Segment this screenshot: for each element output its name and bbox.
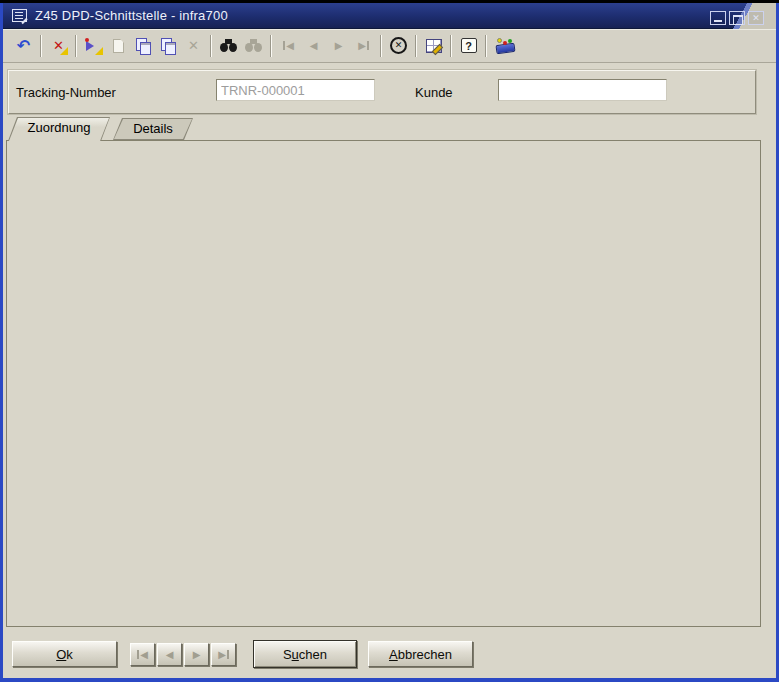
copy-icon [135,38,152,54]
find-next-icon [245,39,262,52]
new-document-button [106,34,131,58]
suchen-button[interactable]: Suchen [253,640,357,668]
delete-icon: ✕ [188,39,199,52]
toolbar-separator [450,35,452,57]
close-button[interactable]: ✕ [748,11,764,25]
footer-last-record-button: ▶ [211,643,236,666]
window-controls: ✕ [710,11,764,25]
tab-zuordnung-label: Zuordnung [8,117,110,139]
footer-first-record-button: ◀ [130,643,155,666]
new-record-dot-icon [85,38,89,42]
help-button[interactable]: ? [456,34,481,58]
minimize-button[interactable] [710,11,726,25]
kunde-label: Kunde [415,85,453,101]
next-record-icon: ▶ [335,41,343,51]
cancel-icon: ✕ [390,37,407,54]
table-edit-icon [426,39,442,53]
footer-previous-record-icon: ◀ [166,650,174,660]
footer-next-record-button: ▶ [184,643,209,666]
copy-button[interactable] [131,34,156,58]
delete-record-wedge-icon [60,47,68,55]
print-label-icon [494,37,518,54]
previous-record-icon: ◀ [310,41,318,51]
duplicate-button[interactable] [156,34,181,58]
undo-icon: ↶ [17,38,30,54]
footer-next-record-icon: ▶ [193,650,201,660]
delete-record-button[interactable]: ✕ [46,34,71,58]
find-button[interactable] [216,34,241,58]
window-icon [12,9,27,22]
find-icon [220,39,237,52]
application-window: Z45 DPD-Schnittstelle - infra700 ✕ ↶ ✕ ✕… [0,0,779,682]
toolbar-separator [75,35,77,57]
last-record-button: ▶ [351,34,376,58]
first-record-icon: ◀ [283,41,294,51]
duplicate-icon [160,38,177,54]
window-title: Z45 DPD-Schnittstelle - infra700 [35,3,228,28]
new-record-icon [86,41,94,51]
cancel-button-toolbar[interactable]: ✕ [386,34,411,58]
tab-details[interactable]: Details [113,118,193,140]
last-record-icon: ▶ [358,41,369,51]
tab-page-zuordnung [6,140,761,627]
tracking-number-label: Tracking-Number [16,85,116,101]
abbrechen-button[interactable]: Abbrechen [368,641,473,667]
toolbar-separator [210,35,212,57]
tracking-number-display [216,79,375,101]
previous-record-button: ◀ [301,34,326,58]
maximize-button[interactable] [729,11,745,25]
toolbar-separator [415,35,417,57]
ok-button[interactable]: Ok [12,641,117,667]
toolbar-separator [270,35,272,57]
tab-details-label: Details [113,118,193,140]
next-record-button: ▶ [326,34,351,58]
toolbar-separator [380,35,382,57]
toolbar-separator [40,35,42,57]
undo-button[interactable]: ↶ [11,34,36,58]
first-record-button: ◀ [276,34,301,58]
delete-button: ✕ [181,34,206,58]
title-bar: Z45 DPD-Schnittstelle - infra700 ✕ [3,3,776,29]
tab-zuordnung[interactable]: Zuordnung [8,117,110,141]
table-edit-button[interactable] [421,34,446,58]
toolbar-separator [485,35,487,57]
new-record-wedge-icon [95,47,103,55]
footer-previous-record-button: ◀ [157,643,182,666]
footer-first-record-icon: ◀ [137,650,148,660]
print-label-button[interactable] [491,34,521,58]
kunde-input[interactable] [498,79,667,101]
find-next-button [241,34,266,58]
toolbar: ↶ ✕ ✕ ◀ ◀ ▶ ▶ ✕ ? [3,29,776,63]
new-record-button[interactable] [81,34,106,58]
new-document-icon [113,39,124,53]
footer-last-record-icon: ▶ [218,650,229,660]
help-icon: ? [461,38,477,53]
